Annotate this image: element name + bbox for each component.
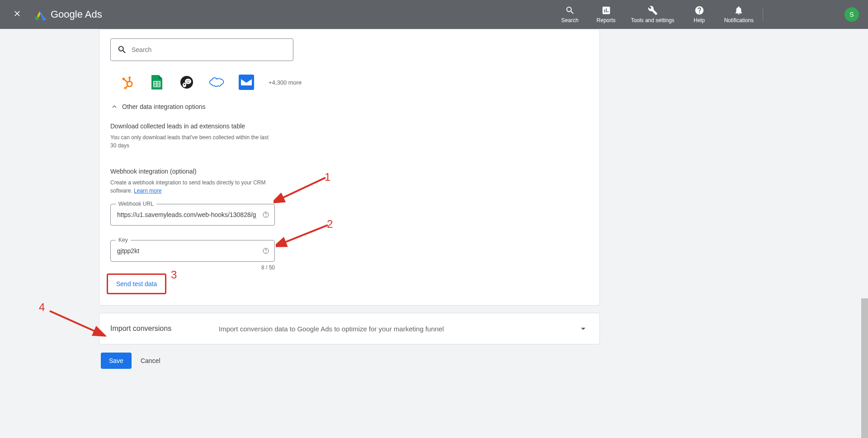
nav-label: Help [693, 17, 705, 24]
chevron-down-icon [578, 323, 589, 334]
other-options-expander[interactable]: Other data integration options [110, 103, 589, 111]
hubspot-icon[interactable] [119, 75, 135, 90]
bell-icon [734, 5, 744, 15]
tools-icon [648, 5, 658, 15]
chevron-up-icon [110, 103, 118, 111]
import-desc: Import conversion data to Google Ads to … [219, 325, 551, 333]
svg-point-14 [184, 84, 185, 85]
product-logo: Google Ads [34, 9, 102, 20]
campaign-monitor-icon[interactable] [239, 75, 254, 90]
help-icon[interactable] [262, 247, 269, 254]
help-icon[interactable] [262, 211, 269, 218]
import-title: Import conversions [110, 325, 192, 333]
search-icon [565, 5, 575, 15]
svg-point-7 [124, 87, 126, 89]
product-name: Google Ads [51, 9, 102, 20]
svg-point-22 [266, 252, 266, 253]
webhook-key-input[interactable] [110, 240, 275, 262]
app-header: Google Ads Search Reports Tools and sett… [0, 0, 868, 29]
nav-reports[interactable]: Reports [595, 5, 618, 24]
header-nav: Search Reports Tools and settings Help N… [559, 5, 754, 24]
salesforce-icon[interactable] [209, 75, 224, 90]
mailchimp-icon[interactable] [179, 75, 194, 90]
svg-line-25 [50, 311, 97, 332]
learn-more-link[interactable]: Learn more [134, 188, 161, 194]
google-ads-logo-icon [34, 9, 46, 20]
import-conversions-card[interactable]: Import conversions Import conversion dat… [99, 313, 600, 344]
webhook-url-label: Webhook URL [116, 201, 156, 207]
nav-notifications[interactable]: Notifications [724, 5, 754, 24]
divider [763, 7, 763, 22]
form-actions: Save Cancel [101, 353, 600, 369]
close-icon[interactable] [9, 5, 25, 24]
nav-label: Search [561, 17, 579, 24]
webhook-key-label: Key [116, 237, 131, 243]
webhook-url-input[interactable] [110, 204, 275, 226]
search-icon [117, 45, 127, 55]
nav-label: Notifications [724, 17, 754, 24]
nav-label: Reports [597, 17, 616, 24]
integration-icons: +4,300 more [110, 75, 589, 90]
nav-label: Tools and settings [631, 17, 675, 24]
webhook-key-field-wrap: Key [110, 240, 275, 262]
more-integrations-text[interactable]: +4,300 more [269, 79, 302, 86]
search-input[interactable] [132, 46, 287, 53]
svg-line-3 [124, 80, 128, 83]
svg-point-17 [189, 80, 189, 81]
svg-point-15 [185, 79, 191, 84]
annotation-number-4: 4 [39, 301, 45, 314]
svg-point-20 [266, 216, 266, 217]
cancel-button[interactable]: Cancel [141, 357, 160, 364]
nav-search[interactable]: Search [559, 5, 581, 24]
send-test-button[interactable]: Send test data [109, 276, 164, 292]
scrollbar-thumb[interactable] [861, 298, 868, 438]
annotation-arrow-4 [47, 307, 106, 339]
svg-point-16 [187, 80, 188, 81]
lead-form-card: +4,300 more Other data integration optio… [99, 29, 600, 306]
webhook-title: Webhook integration (optional) [110, 168, 589, 175]
nav-help[interactable]: Help [688, 5, 711, 24]
svg-point-5 [128, 76, 131, 79]
svg-point-0 [35, 17, 39, 20]
save-button[interactable]: Save [101, 353, 132, 369]
key-char-count: 8 / 50 [110, 264, 275, 271]
reports-icon [601, 5, 611, 15]
integration-search[interactable] [110, 38, 293, 61]
download-leads-desc: You can only download leads that've been… [110, 133, 273, 150]
nav-tools[interactable]: Tools and settings [631, 5, 675, 24]
send-test-highlight: Send test data [107, 273, 166, 294]
expander-label: Other data integration options [122, 103, 205, 110]
download-leads-title: Download collected leads in ad extension… [110, 122, 589, 130]
webhook-desc: Create a webhook integration to send lea… [110, 179, 273, 195]
webhook-url-field-wrap: Webhook URL [110, 204, 275, 226]
help-icon [694, 5, 704, 15]
google-sheets-icon[interactable] [149, 75, 165, 90]
avatar[interactable]: S [844, 7, 859, 22]
